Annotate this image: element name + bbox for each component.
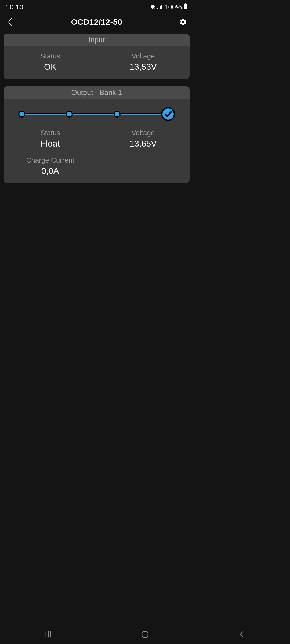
stepper-node-2 [66,111,73,118]
android-status-bar: 10:10 100% [0,0,193,14]
svg-rect-1 [157,8,158,9]
app-header: OCD12/12-50 [0,14,193,30]
svg-rect-5 [185,3,186,4]
input-status-label: Status [4,52,97,60]
stepper-node-3 [114,111,121,118]
input-card: Input Status OK Voltage 13,53V [4,34,190,79]
charge-stage-stepper [4,105,190,129]
svg-rect-3 [160,6,161,9]
status-time: 10:10 [6,3,23,11]
output-voltage-label: Voltage [97,129,190,137]
gear-icon [179,18,187,26]
battery-icon [184,3,187,11]
svg-rect-2 [159,7,160,9]
input-status-cell: Status OK [4,52,97,72]
content-area: Input Status OK Voltage 13,53V Output - … [0,30,193,194]
input-card-title: Input [4,34,190,46]
svg-rect-6 [184,4,187,9]
back-button[interactable] [5,17,16,27]
output-current-label: Charge Current [4,156,97,164]
signal-icon [157,3,163,11]
settings-button[interactable] [178,17,189,27]
input-voltage-cell: Voltage 13,53V [97,52,190,72]
status-right-group: 100% [150,3,187,11]
output-status-label: Status [4,129,97,137]
output-card: Output - Bank 1 [4,86,190,183]
page-title: OCD12/12-50 [71,17,122,27]
check-icon [164,110,172,118]
output-current-cell: Charge Current 0,0A [4,156,97,176]
output-status-value: Float [4,139,97,149]
stepper-node-1 [18,111,25,118]
output-voltage-value: 13,65V [97,139,190,149]
output-voltage-cell: Voltage 13,65V [97,129,190,149]
output-current-value: 0,0A [4,166,97,176]
input-voltage-label: Voltage [97,52,190,60]
svg-rect-4 [161,5,162,9]
output-card-title: Output - Bank 1 [4,86,190,99]
output-status-cell: Status Float [4,129,97,149]
input-voltage-value: 13,53V [97,62,190,72]
battery-percent: 100% [164,3,182,11]
stepper-node-final [161,107,175,121]
wifi-icon [150,3,156,11]
input-status-value: OK [4,62,97,72]
